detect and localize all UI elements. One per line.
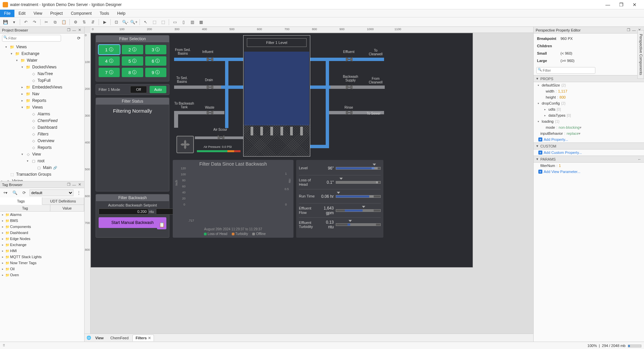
zoom-out-icon[interactable]: 🔍-	[121, 18, 129, 26]
prop-dropconfig[interactable]: ▾dropConfig{2}	[534, 100, 644, 106]
panel-dock-icon[interactable]: ❐	[66, 27, 71, 33]
add-property-link[interactable]: +Add Property...	[534, 136, 644, 142]
breakpoint-icon[interactable]: ▦	[197, 18, 205, 26]
filter-btn-9[interactable]: 9 ⓘ	[145, 68, 166, 77]
valve-influent[interactable]	[207, 57, 213, 62]
comm-readwrite-icon[interactable]: ⇵	[89, 18, 97, 26]
valve-drain[interactable]	[207, 85, 213, 90]
tab-tags[interactable]: Tags	[0, 197, 42, 205]
scada-view-canvas[interactable]: Filter Selection 1 ⓘ 2 ⓘ 3 ⓘ 4 ⓘ 5 ⓘ 6 ⓘ…	[91, 33, 473, 268]
prop-height[interactable]: height:800	[534, 94, 644, 100]
tree-filters[interactable]: ◇Filters	[0, 131, 84, 137]
tag-search-icon[interactable]: 🔍	[11, 189, 19, 196]
column-icon[interactable]: ▥	[188, 18, 196, 26]
tag-folder-bms[interactable]: ▸📁BMS	[0, 218, 84, 224]
chart-backwash-data[interactable]: Filter Data Since Last Backwash Inch ntu…	[173, 160, 293, 238]
filter-btn-1[interactable]: 1 ⓘ	[99, 45, 120, 54]
params-section-header[interactable]: ▾PARAMS←	[534, 156, 644, 163]
menu-project[interactable]: Project	[46, 10, 67, 17]
tree-water[interactable]: ▾📁Water	[0, 57, 84, 64]
menu-tools[interactable]: Tools	[96, 10, 113, 17]
tag-folder-exchange[interactable]: ▸📁Exchange	[0, 242, 84, 248]
tag-folder-oven[interactable]: ▸📁Oven	[0, 272, 84, 278]
project-filter-input[interactable]	[2, 35, 61, 42]
add-view-parameter-link[interactable]: +Add View Parameter...	[534, 169, 644, 175]
tag-folder-dashboard[interactable]: ▸📁Dashboard	[0, 230, 84, 236]
project-refresh-icon[interactable]: ⟳	[75, 35, 82, 42]
prop-defaultsize[interactable]: ▾defaultSize{2}	[534, 82, 644, 88]
tree-vision[interactable]: ▸◈Vision	[0, 178, 84, 181]
tree-main[interactable]: ▢Main🔗	[0, 164, 84, 171]
menu-component[interactable]: Component	[67, 10, 96, 17]
save-dropdown-icon[interactable]: ▾	[10, 18, 18, 26]
tree-view[interactable]: ▾◇View	[0, 151, 84, 158]
maximize-button[interactable]: ❐	[614, 0, 628, 9]
prop-mode[interactable]: mode:non-blocking ▾	[534, 124, 644, 130]
view-tab-filters[interactable]: Filters✕	[132, 335, 154, 341]
ungroup-icon[interactable]: ⬚	[159, 18, 167, 26]
tree-reports[interactable]: ▸📁Reports	[0, 97, 84, 104]
filter-btn-3[interactable]: 3 ⓘ	[145, 45, 166, 54]
valve-backwash-supply[interactable]	[346, 85, 353, 90]
menu-help[interactable]: Help	[113, 10, 129, 17]
tree-navtree[interactable]: ◇NavTree	[0, 70, 84, 77]
copy-icon[interactable]: ⧉	[51, 18, 59, 26]
prop-width[interactable]: width:1,117	[534, 88, 644, 94]
minimize-button[interactable]: —	[601, 0, 614, 9]
tree-topfull[interactable]: ◇TopFull	[0, 77, 84, 84]
valve-air-scour[interactable]	[218, 135, 224, 140]
tag-folder-mqtt[interactable]: ▸📁MQTT Stack Lights	[0, 254, 84, 260]
custom-section-header[interactable]: ▾CUSTOM	[534, 142, 644, 150]
comm-read-icon[interactable]: ⇅	[80, 18, 88, 26]
tree-chemfeed[interactable]: ◇ChemFeed	[0, 117, 84, 124]
tree-transaction-groups[interactable]: ⬚Transaction Groups	[0, 171, 84, 178]
filter-btn-2[interactable]: 2 ⓘ	[122, 45, 143, 54]
menu-edit[interactable]: Edit	[14, 10, 30, 17]
filter-btn-4[interactable]: 4 ⓘ	[99, 56, 120, 66]
panel-minimize-icon[interactable]: —	[71, 27, 77, 33]
filter-tank[interactable]: Filter 1 Level	[243, 35, 310, 157]
add-custom-property-link[interactable]: +Add Custom Property...	[534, 150, 644, 156]
save-icon[interactable]: 💾	[1, 18, 9, 26]
tag-refresh-icon[interactable]: ⟳	[20, 189, 28, 196]
group-icon[interactable]: ⬚	[150, 18, 158, 26]
clipboard-icon[interactable]: 📋	[157, 220, 166, 229]
panel-close-icon[interactable]: ✕	[77, 27, 82, 33]
prop-loading[interactable]: ▾loading{1}	[534, 118, 644, 124]
tree-alarms[interactable]: ◇Alarms	[0, 111, 84, 117]
prop-dock-icon[interactable]: ❐	[626, 27, 631, 33]
tag-dock-icon[interactable]: ❐	[66, 182, 71, 187]
tree-nav[interactable]: ▸📁Nav	[0, 91, 84, 97]
tag-close-icon[interactable]: ✕	[77, 182, 82, 187]
view-tab-view[interactable]: View	[93, 335, 106, 341]
zoom-in-icon[interactable]: 🔍+	[130, 18, 138, 26]
prop-filter-input[interactable]	[536, 67, 595, 74]
prop-minimize-icon[interactable]: —	[631, 27, 637, 33]
menu-view[interactable]: View	[30, 10, 46, 17]
play-icon[interactable]: ▶	[101, 18, 109, 26]
cut-icon[interactable]: ✂	[42, 18, 50, 26]
tree-dockedviews[interactable]: ▾📁DockedViews	[0, 64, 84, 70]
zoom-level[interactable]: 100%	[587, 344, 597, 348]
close-button[interactable]: ✕	[628, 0, 641, 9]
tree-dashboard[interactable]: ◇Dashboard	[0, 124, 84, 131]
select-icon[interactable]: ↖	[142, 18, 150, 26]
tag-folder-hmi[interactable]: ▸📁HMI	[0, 248, 84, 254]
tag-add-icon[interactable]: +▾	[1, 189, 9, 196]
filter-btn-5[interactable]: 5 ⓘ	[122, 56, 143, 66]
valve-effluent[interactable]	[346, 57, 353, 62]
valve-waste[interactable]	[207, 110, 213, 115]
undo-icon[interactable]: ↶	[22, 18, 30, 26]
mode-off-button[interactable]: Off	[130, 86, 147, 93]
menu-file[interactable]: File	[0, 10, 14, 17]
tag-folder-alarms[interactable]: ▸📁Alarms	[0, 212, 84, 218]
props-section-header[interactable]: ▾PROPS	[534, 75, 644, 82]
tag-provider-select[interactable]: default	[30, 189, 73, 196]
tree-overview[interactable]: ◇Overview	[0, 137, 84, 144]
container-icon[interactable]: ▭	[171, 18, 179, 26]
gateway-icon[interactable]: ⚙	[71, 18, 79, 26]
tree-reports2[interactable]: ◇Reports	[0, 144, 84, 151]
sp-ntu-input[interactable]	[99, 209, 148, 215]
blower-fan-icon[interactable]	[176, 136, 194, 153]
prop-udts[interactable]: ▸udts[0]	[534, 106, 644, 112]
